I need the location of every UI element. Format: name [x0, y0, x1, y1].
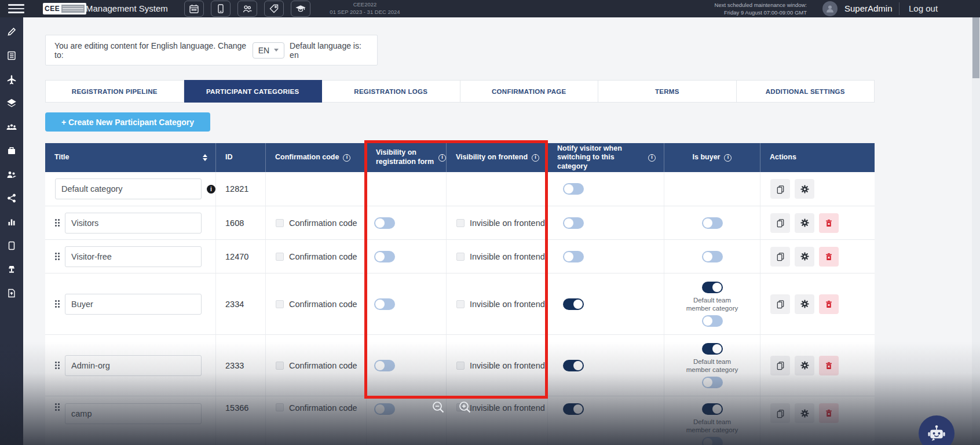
tab-additional-settings[interactable]: ADDITIONAL SETTINGS: [737, 80, 875, 103]
invisible-frontend-checkbox[interactable]: [456, 362, 465, 370]
sidebar-item-analytics[interactable]: [5, 217, 19, 227]
settings-button[interactable]: [795, 247, 814, 267]
delete-button[interactable]: [819, 356, 839, 375]
tab-terms[interactable]: TERMS: [598, 80, 737, 103]
gear-icon: [800, 251, 810, 261]
is-buyer-toggle[interactable]: [702, 251, 723, 262]
notify-toggle[interactable]: [563, 251, 584, 262]
create-category-button[interactable]: + Create New Participant Category: [45, 112, 210, 132]
settings-button[interactable]: [795, 213, 814, 233]
drag-handle[interactable]: [55, 362, 60, 369]
drag-handle[interactable]: [55, 219, 60, 227]
mobile-button[interactable]: [211, 1, 231, 17]
registration-visibility-toggle[interactable]: [374, 360, 395, 371]
info-icon[interactable]: [207, 185, 215, 194]
sidebar-item-team[interactable]: [5, 169, 19, 180]
zoom-out-button[interactable]: [431, 400, 446, 415]
info-icon[interactable]: [724, 154, 732, 162]
sidebar-item-stands[interactable]: [5, 264, 19, 275]
scrollbar-thumb[interactable]: [972, 17, 979, 78]
chatbot-button[interactable]: [919, 415, 955, 445]
copy-button[interactable]: [770, 294, 790, 314]
sort-control[interactable]: [203, 154, 207, 161]
maintenance-notice: Next scheduled maintenance window: Frida…: [692, 1, 807, 16]
zoom-in-button[interactable]: [458, 400, 473, 415]
avatar[interactable]: [822, 1, 838, 16]
settings-button[interactable]: [795, 403, 814, 423]
confirmation-code-checkbox[interactable]: [276, 362, 284, 370]
category-title-input[interactable]: [65, 403, 202, 424]
notify-toggle[interactable]: [563, 217, 584, 229]
category-title-input[interactable]: [65, 246, 202, 267]
info-icon[interactable]: [343, 154, 350, 162]
registration-visibility-toggle[interactable]: [374, 298, 395, 310]
delete-button[interactable]: [819, 247, 839, 267]
delete-button[interactable]: [819, 294, 839, 314]
default-team-toggle[interactable]: [702, 315, 723, 327]
copy-button[interactable]: [770, 403, 790, 423]
notify-toggle[interactable]: [563, 298, 584, 310]
registration-visibility-toggle[interactable]: [374, 217, 395, 229]
tab-registration-logs[interactable]: REGISTRATION LOGS: [322, 80, 460, 103]
notify-toggle[interactable]: [563, 183, 584, 195]
category-title-input[interactable]: [65, 355, 202, 376]
default-team-toggle[interactable]: [702, 377, 723, 388]
category-title-input[interactable]: [55, 178, 202, 199]
info-icon[interactable]: [438, 154, 446, 162]
sidebar-item-participants[interactable]: [5, 122, 19, 132]
app-window: CEE Management System: [0, 0, 980, 445]
sidebar-item-exhibitors[interactable]: [5, 145, 19, 156]
drag-handle[interactable]: [55, 403, 60, 411]
default-team-toggle[interactable]: [702, 437, 723, 445]
category-title-input[interactable]: [65, 213, 202, 234]
tab-confirmation-page[interactable]: CONFIRMATION PAGE: [460, 80, 599, 103]
hamburger-menu-icon[interactable]: [8, 4, 24, 13]
tab-registration-pipeline[interactable]: REGISTRATION PIPELINE: [45, 80, 184, 103]
language-select[interactable]: EN: [253, 42, 284, 59]
settings-button[interactable]: [795, 179, 814, 199]
invisible-frontend-checkbox[interactable]: [456, 219, 465, 227]
tab-participant-categories[interactable]: PARTICIPANT CATEGORIES: [184, 80, 323, 103]
registration-visibility-toggle[interactable]: [374, 403, 395, 415]
sidebar-item-share[interactable]: [5, 193, 19, 203]
confirmation-code-checkbox[interactable]: [276, 219, 284, 227]
confirmation-code-checkbox[interactable]: [276, 300, 284, 308]
settings-button[interactable]: [795, 356, 814, 375]
calendar-button[interactable]: [184, 1, 204, 17]
notify-toggle[interactable]: [563, 403, 584, 415]
is-buyer-toggle[interactable]: [702, 217, 723, 229]
copy-button[interactable]: [770, 356, 790, 375]
info-icon[interactable]: [532, 154, 539, 162]
delete-button[interactable]: [819, 213, 839, 233]
is-buyer-toggle[interactable]: [702, 282, 723, 293]
category-title-input[interactable]: [65, 294, 202, 315]
graduation-button[interactable]: [291, 1, 310, 17]
is-buyer-toggle[interactable]: [702, 403, 723, 415]
sidebar-item-forms[interactable]: [5, 50, 19, 61]
invisible-frontend-checkbox[interactable]: [456, 300, 465, 308]
tag-button[interactable]: [264, 1, 284, 17]
confirmation-code-checkbox[interactable]: [276, 253, 284, 261]
sidebar-item-travel[interactable]: [5, 74, 19, 85]
info-icon[interactable]: [648, 154, 656, 162]
invisible-frontend-checkbox[interactable]: [456, 253, 465, 261]
sidebar-item-documents[interactable]: [5, 288, 19, 298]
username[interactable]: SuperAdmin: [844, 3, 893, 13]
copy-button[interactable]: [770, 179, 790, 199]
drag-handle[interactable]: [55, 300, 60, 308]
settings-button[interactable]: [795, 294, 814, 314]
notify-toggle[interactable]: [563, 360, 584, 371]
sidebar-item-tickets[interactable]: [5, 98, 19, 108]
registration-visibility-toggle[interactable]: [374, 251, 395, 262]
scrollbar-track[interactable]: [972, 16, 980, 445]
copy-button[interactable]: [770, 247, 790, 267]
sidebar-item-edit[interactable]: [5, 27, 19, 37]
users-button[interactable]: [237, 1, 257, 17]
is-buyer-toggle[interactable]: [702, 343, 723, 355]
logout-button[interactable]: Log out: [909, 3, 938, 13]
delete-button[interactable]: [819, 403, 839, 423]
sidebar-item-mobile-app[interactable]: [5, 240, 19, 251]
drag-handle[interactable]: [55, 253, 60, 260]
copy-button[interactable]: [770, 213, 790, 233]
confirmation-code-checkbox[interactable]: [276, 403, 284, 411]
